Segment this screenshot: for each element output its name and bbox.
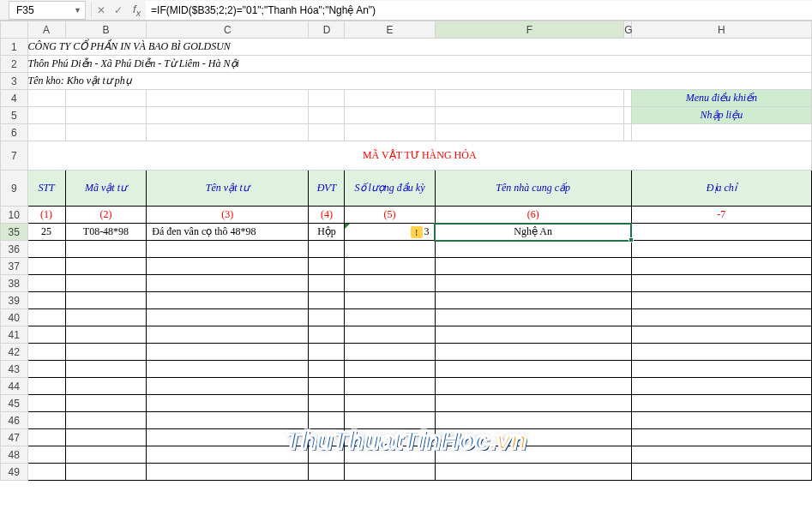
row-header[interactable]: 10	[1, 207, 28, 224]
formula-bar-icons: ✕ ✓	[92, 4, 128, 16]
sub-4[interactable]: (4)	[309, 207, 345, 224]
col-header[interactable]: G	[624, 21, 631, 39]
sub-1[interactable]: (1)	[27, 207, 65, 224]
sub-3[interactable]: (3)	[147, 207, 309, 224]
row-header[interactable]: 41	[1, 326, 28, 344]
error-triangle-icon	[345, 224, 350, 229]
col-ncc[interactable]: Tên nhà cung cấp	[435, 171, 631, 207]
col-header[interactable]: D	[309, 21, 345, 39]
col-stt[interactable]: STT	[27, 171, 65, 207]
fill-handle[interactable]	[629, 237, 634, 243]
company-name[interactable]: CÔNG TY CỔ PHẦN IN VÀ BAO BÌ GOLDSUN	[27, 39, 811, 56]
name-box-value: F35	[16, 4, 34, 16]
row-header[interactable]: 38	[1, 275, 28, 292]
row-header[interactable]: 4	[1, 90, 28, 107]
col-sl[interactable]: Số lượng đầu kỳ	[345, 171, 435, 207]
cell-dvt[interactable]: Hộp	[309, 224, 345, 241]
warning-icon[interactable]: !	[411, 226, 423, 238]
row-header[interactable]: 7	[1, 141, 28, 171]
cell-ten[interactable]: Đá đen vân cọ thô 48*98	[147, 224, 309, 241]
row-header[interactable]: 37	[1, 258, 28, 275]
row-header[interactable]: 5	[1, 107, 28, 124]
row-header[interactable]: 39	[1, 292, 28, 309]
sub-6[interactable]: (6)	[435, 207, 631, 224]
col-dvt[interactable]: ĐVT	[309, 171, 345, 207]
row-header[interactable]: 46	[1, 412, 28, 429]
cell-sl[interactable]: !3	[345, 224, 435, 241]
col-ten[interactable]: Tên vật tư	[147, 171, 309, 207]
cell-ncc-value: Nghệ An	[514, 225, 552, 237]
cell-dc[interactable]	[631, 224, 811, 241]
row-header[interactable]: 40	[1, 309, 28, 326]
worksheet: A B C D E F G H 1 CÔNG TY CỔ PHẦN IN VÀ …	[0, 21, 812, 481]
row-header[interactable]: 47	[1, 429, 28, 446]
name-box[interactable]: F35 ▼	[9, 1, 86, 20]
col-dc[interactable]: Địa chỉ	[631, 171, 811, 207]
row-header[interactable]: 2	[1, 56, 28, 73]
row-header[interactable]: 44	[1, 378, 28, 395]
col-header[interactable]: F	[435, 21, 624, 39]
cell-sl-value: 3	[424, 225, 430, 237]
formula-bar: F35 ▼ ✕ ✓ fx	[0, 0, 812, 21]
col-header[interactable]: C	[147, 21, 309, 39]
formula-input[interactable]	[146, 1, 812, 20]
cell-stt[interactable]: 25	[27, 224, 65, 241]
row-header[interactable]: 1	[1, 39, 28, 56]
warehouse-name[interactable]: Tên kho: Kho vật tư phụ	[27, 73, 811, 90]
select-all-corner[interactable]	[1, 21, 28, 39]
chevron-down-icon: ▼	[74, 6, 81, 15]
col-header[interactable]: H	[631, 21, 811, 39]
fx-icon[interactable]: fx	[128, 3, 146, 18]
sub-2[interactable]: (2)	[65, 207, 147, 224]
spreadsheet-grid[interactable]: A B C D E F G H 1 CÔNG TY CỔ PHẦN IN VÀ …	[0, 21, 812, 481]
cancel-icon[interactable]: ✕	[97, 4, 105, 16]
col-header[interactable]: E	[345, 21, 435, 39]
sub-7[interactable]: -7	[631, 207, 811, 224]
row-header[interactable]: 36	[1, 241, 28, 258]
row-header[interactable]: 43	[1, 361, 28, 378]
cell-ma[interactable]: T08-48*98	[65, 224, 147, 241]
data-entry-button[interactable]: Nhập liệu	[631, 107, 811, 124]
sub-5[interactable]: (5)	[345, 207, 435, 224]
menu-control-button[interactable]: Menu điều khiển	[631, 90, 811, 107]
row-header[interactable]: 9	[1, 171, 28, 207]
row-header[interactable]: 42	[1, 344, 28, 361]
company-address[interactable]: Thôn Phú Diễn - Xã Phú Diễn - Từ Liêm - …	[27, 56, 811, 73]
col-ma[interactable]: Mã vật tư	[65, 171, 147, 207]
row-header[interactable]: 49	[1, 464, 28, 481]
row-header[interactable]: 48	[1, 446, 28, 464]
row-header[interactable]: 45	[1, 395, 28, 412]
page-title[interactable]: MÃ VẬT TƯ HÀNG HÓA	[27, 141, 811, 171]
col-header[interactable]: A	[27, 21, 65, 39]
row-header[interactable]: 3	[1, 73, 28, 90]
col-header[interactable]: B	[65, 21, 147, 39]
row-header[interactable]: 6	[1, 124, 28, 141]
enter-icon[interactable]: ✓	[114, 4, 123, 16]
cell-ncc[interactable]: Nghệ An	[435, 224, 631, 241]
row-header[interactable]: 35	[1, 224, 28, 241]
